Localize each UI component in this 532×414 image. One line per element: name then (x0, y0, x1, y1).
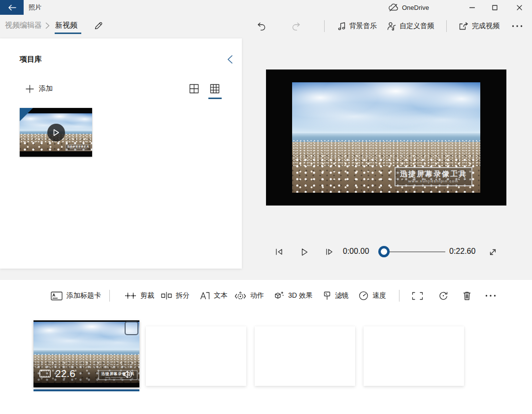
play-icon (53, 129, 60, 137)
trim-icon (125, 292, 136, 300)
active-tab-underline (55, 33, 81, 34)
seek-slider-thumb[interactable] (378, 246, 390, 257)
play-icon (301, 248, 308, 256)
clip-checkbox[interactable] (125, 321, 138, 335)
clip-duration-value: 22.6 (55, 368, 75, 380)
undo-button[interactable] (256, 19, 266, 34)
preview-video-frame: 迅捷屏幕录像工具 www.xunjieshipin.com (292, 82, 480, 193)
motion-button[interactable]: 动作 (234, 289, 264, 303)
split-label: 拆分 (176, 291, 190, 300)
trash-icon (463, 291, 471, 301)
play-overlay-button[interactable] (47, 124, 65, 141)
delete-button[interactable] (463, 289, 471, 303)
current-time: 0:00.00 (343, 247, 369, 256)
close-button[interactable] (507, 0, 532, 15)
add-media-button[interactable]: 添加 (26, 82, 53, 96)
text-label: 文本 (214, 291, 228, 300)
timeline-more-button[interactable] (485, 289, 497, 303)
maximize-icon (492, 5, 498, 10)
next-frame-button[interactable] (323, 246, 335, 258)
toolbar-divider (109, 290, 110, 302)
clip-audio-indicator (123, 370, 133, 379)
library-video-thumbnail[interactable]: 迅捷屏幕录像工具 www.xunjieshipin.com (20, 108, 92, 157)
maximize-button[interactable] (483, 0, 506, 15)
grid-2x2-icon (189, 84, 199, 94)
music-note-icon (338, 22, 346, 31)
corner-frame-icon (412, 292, 423, 300)
grid-3x3-icon (210, 84, 220, 94)
custom-audio-button[interactable]: 自定义音频 (387, 19, 434, 34)
preview-stage[interactable]: 迅捷屏幕录像工具 www.xunjieshipin.com (266, 69, 506, 206)
timeline-placeholder (146, 326, 246, 386)
ellipsis-icon (485, 294, 497, 297)
add-media-label: 添加 (39, 84, 53, 93)
3d-cube-sparkle-icon (274, 291, 284, 301)
3d-effects-button[interactable]: 3D 效果 (274, 289, 313, 303)
app-title: 照片 (29, 0, 41, 15)
active-view-underline (208, 98, 222, 99)
finish-video-label: 完成视频 (472, 22, 499, 31)
motion-label: 动作 (250, 291, 264, 300)
previous-frame-icon (275, 248, 283, 256)
toolbar-divider (399, 290, 399, 302)
rename-button[interactable] (93, 20, 104, 32)
trim-button[interactable]: 剪裁 (125, 289, 154, 303)
filters-button[interactable]: 滤镜 (323, 289, 349, 303)
title-card-icon (51, 291, 63, 301)
close-icon (517, 5, 522, 10)
breadcrumb-video-editor[interactable]: 视频编辑器 (5, 21, 42, 30)
clip-duration-badge: 22.6 (39, 368, 75, 380)
view-large-grid-button[interactable] (188, 83, 200, 95)
text-icon (200, 291, 210, 300)
watermark: 迅捷屏幕录像工具 www.xunjieshipin.com (395, 167, 472, 186)
filters-label: 滤镜 (335, 291, 349, 300)
library-title: 项目库 (20, 55, 42, 64)
back-button[interactable] (0, 0, 24, 15)
minimize-button[interactable] (461, 0, 483, 15)
collapse-panel-button[interactable] (223, 52, 236, 66)
rotate-icon (438, 291, 448, 301)
timeline-placeholder (364, 326, 464, 386)
onedrive-button[interactable]: OneDrive (388, 0, 429, 15)
background-music-button[interactable]: 背景音乐 (338, 19, 377, 34)
finish-video-button[interactable]: 完成视频 (459, 19, 499, 34)
next-frame-icon (325, 248, 333, 256)
pencil-icon (94, 21, 103, 30)
timeline-placeholder (255, 326, 355, 386)
text-button[interactable]: 文本 (200, 289, 228, 303)
onedrive-offline-icon (388, 3, 399, 12)
previous-frame-button[interactable] (273, 246, 285, 258)
watermark-title: 迅捷屏幕录像工具 (400, 170, 467, 179)
redo-button[interactable] (292, 19, 301, 34)
command-divider (324, 20, 325, 32)
share-icon (459, 22, 468, 31)
fullscreen-button[interactable] (487, 246, 499, 258)
title-bar: 照片 OneDrive (0, 0, 532, 15)
tab-new-video[interactable]: 新视频 (55, 21, 77, 30)
ellipsis-icon (511, 25, 523, 28)
trim-label: 剪裁 (140, 291, 154, 300)
undo-icon (256, 22, 266, 31)
command-bar: 视频编辑器 新视频 (0, 15, 532, 38)
back-arrow-icon (8, 4, 16, 11)
chevron-left-icon (227, 55, 233, 64)
aspect-frame-button[interactable] (412, 289, 423, 303)
onedrive-label: OneDrive (402, 4, 429, 11)
motion-icon (234, 291, 246, 301)
plus-icon (26, 85, 34, 93)
clip-selection-bar (33, 389, 139, 391)
add-title-card-button[interactable]: 添加标题卡 (51, 289, 101, 303)
seek-slider-track[interactable] (381, 251, 445, 252)
timeline-clip[interactable]: 迅捷屏幕录像工具 www.xunjieshipin.com 22.6 (33, 320, 139, 387)
play-button[interactable] (299, 246, 310, 258)
speaker-icon (123, 370, 133, 379)
minimize-icon (469, 5, 475, 10)
split-button[interactable]: 拆分 (161, 289, 190, 303)
speed-button[interactable]: 速度 (359, 289, 386, 303)
more-options-button[interactable] (511, 19, 523, 34)
view-small-grid-button[interactable] (209, 83, 221, 95)
split-icon (161, 292, 172, 300)
rotate-button[interactable] (438, 289, 448, 303)
custom-audio-label: 自定义音频 (399, 22, 434, 31)
add-title-card-label: 添加标题卡 (66, 291, 101, 300)
